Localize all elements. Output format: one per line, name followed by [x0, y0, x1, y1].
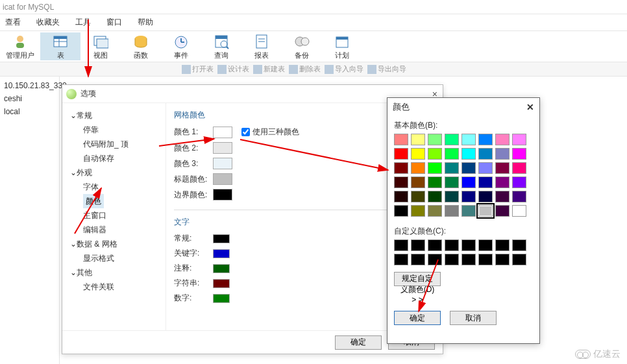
chk-use-three[interactable] — [241, 128, 250, 136]
custom-swatch[interactable] — [461, 254, 476, 265]
custom-swatch[interactable] — [495, 254, 510, 265]
basic-swatch[interactable] — [428, 148, 442, 160]
basic-swatch[interactable] — [478, 205, 493, 217]
basic-swatch[interactable] — [428, 191, 442, 202]
swatch-title[interactable] — [213, 173, 232, 185]
basic-swatch[interactable] — [411, 191, 425, 202]
sub-design-table[interactable]: 设计表 — [217, 64, 249, 74]
basic-swatch[interactable] — [394, 134, 408, 145]
color-cancel-button[interactable]: 取消 — [450, 311, 497, 325]
conn-0[interactable]: 10.150.21.83_330 — [4, 79, 55, 92]
basic-swatch[interactable] — [411, 176, 425, 188]
basic-swatch[interactable] — [394, 176, 408, 188]
basic-swatch[interactable] — [461, 148, 476, 160]
tree-file-assoc[interactable]: 文件关联 — [66, 280, 162, 294]
swatch-normal[interactable] — [213, 234, 230, 243]
basic-swatch[interactable] — [478, 162, 493, 174]
custom-swatch[interactable] — [411, 254, 425, 265]
tree-autosave[interactable]: 自动保存 — [66, 151, 162, 165]
custom-swatch[interactable] — [478, 254, 493, 265]
swatch-color1[interactable] — [213, 127, 232, 138]
tree-appearance[interactable]: ⌄外观 — [66, 165, 162, 180]
basic-swatch[interactable] — [428, 205, 442, 217]
tool-schedule[interactable]: 计划 — [322, 32, 362, 60]
basic-swatch[interactable] — [411, 162, 425, 174]
tool-users[interactable]: 管理用户 — [0, 32, 40, 60]
basic-swatch[interactable] — [445, 162, 459, 174]
basic-swatch[interactable] — [428, 134, 442, 145]
sub-new-table[interactable]: 新建表 — [253, 64, 285, 74]
basic-swatch[interactable] — [394, 205, 408, 217]
conn-1[interactable]: ceshi — [4, 92, 55, 105]
menu-favorites[interactable]: 收藏夹 — [36, 17, 60, 28]
basic-swatch[interactable] — [445, 191, 459, 202]
basic-swatch[interactable] — [411, 205, 425, 217]
options-tree[interactable]: ⌄常规 停靠 代码附加_ 顶 自动保存 ⌄外观 字体 颜色 主窗口 编辑器 ⌄数… — [62, 103, 166, 330]
sub-open-table[interactable]: 打开表 — [182, 64, 214, 74]
menu-help[interactable]: 帮助 — [138, 17, 153, 28]
options-ok-button[interactable]: 确定 — [335, 335, 382, 350]
swatch-string[interactable] — [213, 279, 230, 288]
color-ok-button[interactable]: 确定 — [394, 311, 441, 325]
tree-color[interactable]: 颜色 — [66, 194, 162, 208]
swatch-keyword[interactable] — [213, 249, 230, 258]
custom-color-grid[interactable] — [394, 239, 533, 265]
tool-query[interactable]: 查询 — [201, 32, 241, 60]
basic-swatch[interactable] — [411, 134, 425, 145]
basic-swatch[interactable] — [411, 148, 425, 160]
tree-general[interactable]: ⌄常规 — [66, 108, 162, 123]
tree-code-attach[interactable]: 代码附加_ 顶 — [66, 137, 162, 151]
basic-swatch[interactable] — [445, 134, 459, 145]
conn-2[interactable]: local — [4, 105, 55, 118]
basic-swatch[interactable] — [478, 176, 493, 188]
custom-swatch[interactable] — [428, 254, 442, 265]
menu-window[interactable]: 窗口 — [106, 17, 122, 28]
tool-backup[interactable]: 备份 — [282, 32, 322, 60]
basic-swatch[interactable] — [512, 134, 526, 145]
basic-swatch[interactable] — [512, 176, 526, 188]
basic-swatch[interactable] — [495, 162, 510, 174]
custom-swatch[interactable] — [445, 254, 459, 265]
basic-swatch[interactable] — [394, 162, 408, 174]
define-custom-button[interactable]: 规定自定义颜色(D) > > — [394, 272, 441, 286]
custom-swatch[interactable] — [394, 254, 408, 265]
basic-swatch[interactable] — [428, 176, 442, 188]
basic-color-grid[interactable] — [394, 134, 533, 217]
basic-swatch[interactable] — [512, 148, 526, 160]
basic-swatch[interactable] — [495, 191, 510, 202]
custom-swatch[interactable] — [495, 239, 510, 251]
swatch-number[interactable] — [213, 294, 230, 303]
custom-swatch[interactable] — [445, 239, 459, 251]
basic-swatch[interactable] — [495, 134, 510, 145]
basic-swatch[interactable] — [512, 205, 526, 217]
basic-swatch[interactable] — [478, 134, 493, 145]
custom-swatch[interactable] — [394, 239, 408, 251]
custom-swatch[interactable] — [428, 239, 442, 251]
tool-functions[interactable]: 函数 — [121, 32, 161, 60]
custom-swatch[interactable] — [411, 239, 425, 251]
basic-swatch[interactable] — [445, 205, 459, 217]
tool-views[interactable]: 视图 — [80, 32, 121, 60]
basic-swatch[interactable] — [461, 162, 476, 174]
connection-tree[interactable]: 10.150.21.83_330 ceshi local — [0, 77, 60, 364]
menu-tools[interactable]: 工具 — [75, 17, 91, 28]
tree-other[interactable]: ⌄其他 — [66, 265, 162, 280]
tool-tables[interactable]: 表 — [40, 32, 80, 60]
basic-swatch[interactable] — [428, 162, 442, 174]
basic-swatch[interactable] — [394, 148, 408, 160]
custom-swatch[interactable] — [512, 239, 526, 251]
custom-swatch[interactable] — [461, 239, 476, 251]
basic-swatch[interactable] — [495, 205, 510, 217]
basic-swatch[interactable] — [394, 191, 408, 202]
basic-swatch[interactable] — [512, 162, 526, 174]
basic-swatch[interactable] — [461, 191, 476, 202]
basic-swatch[interactable] — [445, 176, 459, 188]
basic-swatch[interactable] — [461, 176, 476, 188]
swatch-border[interactable] — [213, 189, 232, 200]
sub-import[interactable]: 导入向导 — [325, 64, 363, 74]
color-close-icon[interactable]: ✕ — [526, 102, 534, 112]
swatch-color2[interactable] — [213, 142, 232, 154]
swatch-color3[interactable] — [213, 158, 232, 169]
tool-report[interactable]: 报表 — [241, 32, 282, 60]
basic-swatch[interactable] — [461, 205, 476, 217]
